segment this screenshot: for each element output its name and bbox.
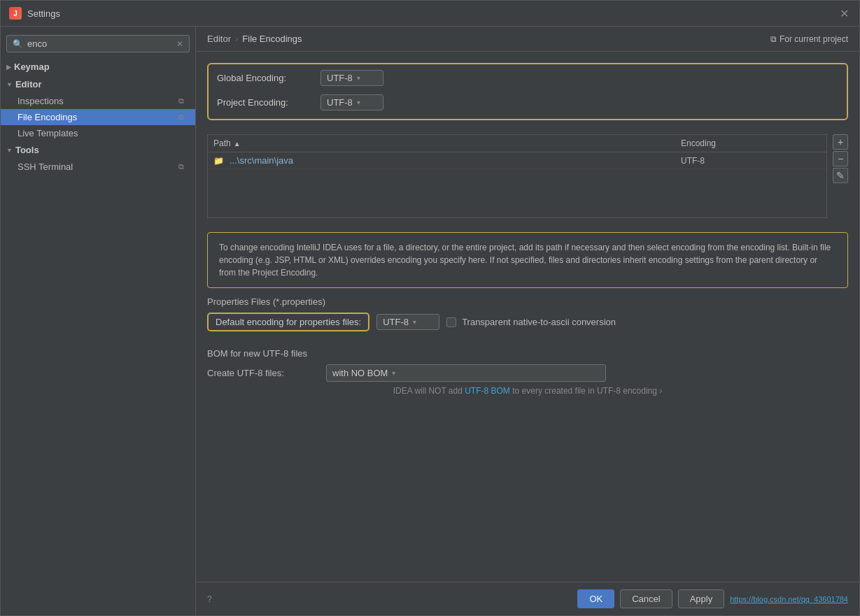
sidebar-item-keymap[interactable]: ▶ Keymap — [1, 58, 195, 76]
column-path: Path ▲ — [213, 138, 681, 148]
search-icon: 🔍 — [13, 39, 23, 49]
sidebar-item-file-encodings-label: File Encodings — [17, 112, 77, 122]
global-encoding-label: Global Encoding: — [217, 73, 315, 83]
properties-encoding-label: Default encoding for properties files: — [207, 313, 369, 331]
dialog-title: Settings — [27, 8, 60, 19]
remove-encoding-button[interactable]: − — [833, 151, 848, 166]
sidebar-item-editor-label: Editor — [15, 79, 42, 89]
sidebar-item-live-templates-label: Live Templates — [17, 128, 78, 138]
encoding-table: Path ▲ Encoding 📁 ...\src\main\java — [207, 134, 827, 218]
bom-info-suffix: to every created file in UTF-8 encoding … — [510, 386, 662, 396]
row-encoding-cell: UTF-8 — [681, 156, 821, 166]
project-encoding-value: UTF-8 — [327, 97, 353, 108]
sidebar-item-tools-label: Tools — [15, 145, 39, 155]
edit-encoding-button[interactable]: ✎ — [833, 168, 848, 183]
for-current-project-label: For current project — [780, 34, 848, 44]
table-side-actions: + − ✎ — [833, 134, 848, 218]
bom-section: BOM for new UTF-8 files Create UTF-8 fil… — [207, 348, 848, 396]
triangle-icon: ▼ — [6, 81, 13, 88]
bom-info-row: IDEA will NOT add UTF-8 BOM to every cre… — [207, 386, 848, 396]
table-header-row: Path ▲ Encoding — [208, 135, 826, 152]
info-text: To change encoding IntelliJ IDEA uses fo… — [219, 243, 831, 278]
main-content: Editor › File Encodings ⧉ For current pr… — [196, 27, 859, 615]
sidebar-item-live-templates[interactable]: Live Templates — [1, 125, 195, 141]
sidebar-item-ssh-terminal[interactable]: SSH Terminal ⧉ — [1, 159, 195, 175]
sidebar-item-editor[interactable]: ▼ Editor — [1, 76, 195, 93]
footer-actions: OK Cancel Apply https://blog.csdn.net/qq… — [577, 589, 848, 608]
footer: ? OK Cancel Apply https://blog.csdn.net/… — [196, 582, 859, 615]
dropdown-arrow-global: ▾ — [357, 74, 360, 82]
content-area: Global Encoding: UTF-8 ▾ Project Encodin… — [196, 52, 859, 582]
properties-section: Properties Files (*.properties) Default … — [207, 296, 848, 337]
copy-icon-ssh: ⧉ — [178, 162, 184, 171]
sidebar-item-ssh-terminal-label: SSH Terminal — [17, 162, 73, 172]
search-input[interactable] — [27, 38, 172, 49]
transparent-checkbox-row: Transparent native-to-ascii conversion — [446, 317, 616, 327]
triangle-icon: ▶ — [6, 64, 11, 71]
watermark: https://blog.csdn.net/qq_43601784 — [730, 595, 848, 603]
cancel-button[interactable]: Cancel — [620, 589, 672, 608]
sidebar-item-keymap-label: Keymap — [14, 62, 50, 72]
properties-encoding-value: UTF-8 — [383, 317, 409, 327]
bom-create-row: Create UTF-8 files: with NO BOM ▾ — [207, 364, 848, 382]
search-box[interactable]: 🔍 ✕ — [6, 35, 190, 52]
sidebar-item-file-encodings[interactable]: File Encodings ⧉ — [1, 109, 195, 125]
project-encoding-dropdown[interactable]: UTF-8 ▾ — [320, 94, 383, 110]
copy-icon-file-enc: ⧉ — [178, 113, 184, 122]
sidebar-item-inspections-label: Inspections — [17, 96, 64, 106]
app-icon: J — [9, 7, 22, 20]
dropdown-arrow-props: ▾ — [413, 318, 416, 326]
copy-icon-small: ⧉ — [770, 34, 777, 44]
copy-icon: ⧉ — [178, 96, 184, 106]
transparent-checkbox[interactable] — [446, 317, 456, 327]
close-button[interactable]: ✕ — [837, 6, 851, 20]
help-button[interactable]: ? — [207, 594, 212, 604]
bom-create-label: Create UTF-8 files: — [207, 368, 319, 378]
triangle-icon-tools: ▼ — [6, 147, 13, 154]
encoding-group: Global Encoding: UTF-8 ▾ Project Encodin… — [207, 63, 848, 120]
global-encoding-value: UTF-8 — [327, 73, 353, 83]
dropdown-arrow-bom: ▾ — [392, 369, 395, 377]
breadcrumb: Editor › File Encodings ⧉ For current pr… — [196, 27, 859, 52]
table-row[interactable]: 📁 ...\src\main\java UTF-8 — [208, 152, 826, 169]
breadcrumb-current: File Encodings — [242, 34, 302, 44]
breadcrumb-parent[interactable]: Editor — [207, 34, 231, 44]
global-encoding-dropdown[interactable]: UTF-8 ▾ — [320, 70, 383, 86]
row-encoding-value: UTF-8 — [681, 156, 705, 166]
dropdown-arrow-project: ▾ — [357, 99, 360, 106]
bom-create-value: with NO BOM — [332, 368, 388, 378]
row-path-value: ...\src\main\java — [230, 155, 293, 166]
bom-info-link[interactable]: UTF-8 BOM — [465, 386, 510, 396]
column-encoding: Encoding — [681, 138, 821, 148]
encoding-table-wrapper: Path ▲ Encoding 📁 ...\src\main\java — [207, 134, 848, 218]
for-current-project-link[interactable]: ⧉ For current project — [770, 34, 848, 44]
sidebar-item-inspections[interactable]: Inspections ⧉ — [1, 93, 195, 109]
properties-encoding-row: Default encoding for properties files: U… — [207, 313, 848, 331]
sort-asc-icon: ▲ — [234, 140, 241, 148]
info-box: To change encoding IntelliJ IDEA uses fo… — [207, 232, 848, 288]
sidebar: 🔍 ✕ ▶ Keymap ▼ Editor Inspections ⧉ Fi — [1, 27, 196, 615]
breadcrumb-separator: › — [235, 34, 238, 44]
transparent-label: Transparent native-to-ascii conversion — [462, 317, 616, 327]
help-icon: ? — [207, 594, 212, 604]
bom-create-dropdown[interactable]: with NO BOM ▾ — [326, 364, 606, 382]
ok-button[interactable]: OK — [577, 589, 614, 608]
add-encoding-button[interactable]: + — [833, 134, 848, 150]
row-path-cell: 📁 ...\src\main\java — [213, 155, 681, 166]
global-encoding-row: Global Encoding: UTF-8 ▾ — [217, 70, 838, 86]
title-bar: J Settings ✕ — [1, 1, 859, 27]
apply-button[interactable]: Apply — [678, 589, 725, 608]
properties-title: Properties Files (*.properties) — [207, 296, 848, 307]
bom-title: BOM for new UTF-8 files — [207, 348, 848, 359]
sidebar-item-tools[interactable]: ▼ Tools — [1, 141, 195, 159]
bom-info-prefix: IDEA will NOT add — [393, 386, 465, 396]
project-encoding-row: Project Encoding: UTF-8 ▾ — [217, 94, 838, 110]
search-clear-icon[interactable]: ✕ — [176, 39, 183, 49]
properties-encoding-dropdown[interactable]: UTF-8 ▾ — [376, 314, 439, 330]
folder-icon: 📁 — [213, 156, 224, 166]
project-encoding-label: Project Encoding: — [217, 97, 315, 108]
